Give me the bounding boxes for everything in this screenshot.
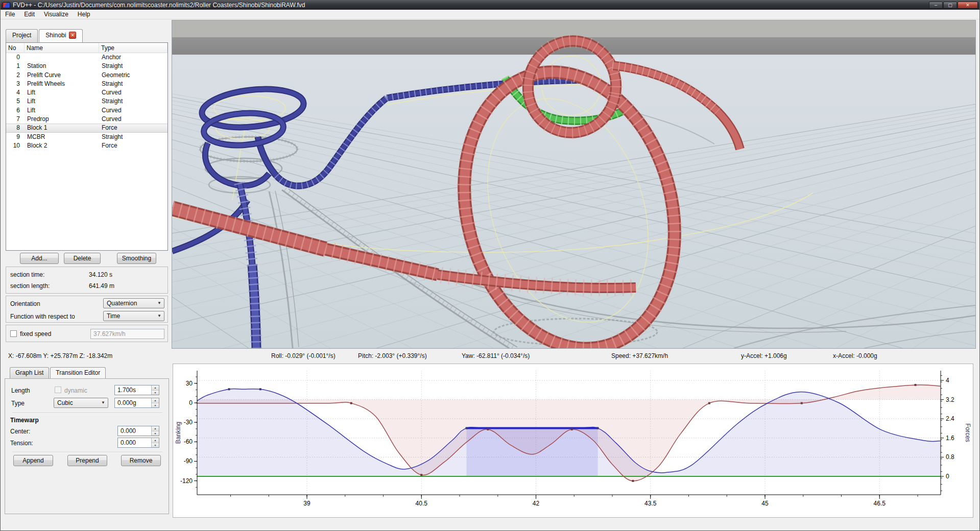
row-type: Curved xyxy=(99,88,168,97)
status-yaw: Yaw: -62.811° (-0.034°/s) xyxy=(462,352,530,359)
svg-text:40.5: 40.5 xyxy=(416,500,428,507)
status-xyz: X: -67.608m Y: +25.787m Z: -18.342m xyxy=(8,352,112,359)
table-row[interactable]: 7PredropCurved xyxy=(6,115,168,124)
fixed-speed-input[interactable]: 37.627km/h xyxy=(90,329,164,339)
status-roll: Roll: -0.029° (-0.001°/s) xyxy=(271,352,336,359)
maximize-button[interactable]: ▢ xyxy=(943,2,957,9)
app-window: FVD++ - C:/Users/Justin/Documents/com.no… xyxy=(0,0,980,531)
function-combo[interactable]: Time ▼ xyxy=(103,311,164,321)
row-name: Lift xyxy=(25,106,99,115)
row-name: Station xyxy=(25,62,99,70)
length-spinner[interactable]: 1.700s ▲▼ xyxy=(114,385,159,395)
remove-button[interactable]: Remove xyxy=(121,455,161,466)
title-bar[interactable]: FVD++ - C:/Users/Justin/Documents/com.no… xyxy=(1,1,979,10)
prepend-button[interactable]: Prepend xyxy=(67,455,107,466)
orientation-box: Orientation Quaternion ▼ Function with r… xyxy=(6,296,168,323)
minimize-button[interactable]: – xyxy=(929,2,943,9)
add-button[interactable]: Add... xyxy=(20,253,59,264)
tension-spinner[interactable]: 0.000 ▲▼ xyxy=(117,438,159,448)
orientation-combo[interactable]: Quaternion ▼ xyxy=(103,298,164,308)
table-row[interactable]: 5LiftStraight xyxy=(6,97,168,106)
row-type: Force xyxy=(99,124,168,132)
row-no: 9 xyxy=(6,133,25,141)
smoothing-button[interactable]: Smoothing xyxy=(117,253,156,264)
center-spinner[interactable]: 0.000 ▲▼ xyxy=(117,426,159,436)
table-row[interactable]: 4LiftCurved xyxy=(6,88,168,97)
tab-project[interactable]: Project xyxy=(6,29,38,42)
tab-close-icon[interactable]: ✕ xyxy=(69,32,76,39)
table-row[interactable]: 2Prelift CurveGeometric xyxy=(6,71,168,80)
table-row[interactable]: 9MCBRStraight xyxy=(6,133,168,141)
tab-graph-list[interactable]: Graph List xyxy=(10,367,49,379)
table-row[interactable]: 6LiftCurved xyxy=(6,106,168,115)
type-combo[interactable]: Cubic ▼ xyxy=(54,398,108,408)
close-button[interactable]: ✕ xyxy=(958,2,978,9)
row-name: MCBR xyxy=(25,133,99,141)
row-no: 4 xyxy=(6,88,25,97)
fixed-speed-label: fixed speed xyxy=(20,330,51,337)
row-no: 6 xyxy=(6,106,25,115)
svg-text:42: 42 xyxy=(533,500,540,507)
status-pitch: Pitch: -2.003° (+0.339°/s) xyxy=(358,352,427,359)
row-no: 3 xyxy=(6,80,25,88)
spin-up-icon: ▲ xyxy=(152,438,159,443)
section-list-rows: 0Anchor1StationStraight2Prelift CurveGeo… xyxy=(6,53,168,150)
3d-viewport[interactable] xyxy=(172,20,976,349)
function-label: Function with respect to xyxy=(10,313,75,320)
transition-graph-panel[interactable]: 300-30-60-90-12043.22.41.60.803940.54243… xyxy=(173,364,973,518)
fixed-speed-checkbox[interactable] xyxy=(10,330,17,337)
editor-tabbar: Graph List Transition Editor xyxy=(10,367,107,379)
table-row[interactable]: 3Prelift WheelsStraight xyxy=(6,80,168,88)
tab-transition-editor[interactable]: Transition Editor xyxy=(50,367,106,379)
spin-up-icon: ▲ xyxy=(152,398,159,403)
sky-strip xyxy=(172,20,975,38)
col-no[interactable]: No xyxy=(6,43,25,53)
menu-visualize[interactable]: Visualize xyxy=(39,10,73,19)
row-type: Geometric xyxy=(99,71,168,80)
svg-text:4: 4 xyxy=(946,377,949,384)
col-name[interactable]: Name xyxy=(25,43,99,53)
append-button[interactable]: Append xyxy=(13,455,53,466)
section-list[interactable]: No Name Type 0Anchor1StationStraight2Pre… xyxy=(6,42,168,251)
svg-text:43.5: 43.5 xyxy=(644,500,657,507)
row-no: 0 xyxy=(6,53,25,62)
table-row[interactable]: 0Anchor xyxy=(6,53,168,62)
svg-text:3.2: 3.2 xyxy=(946,396,954,403)
section-length-label: section length: xyxy=(10,282,50,289)
type-g-spinner[interactable]: 0.000g ▲▼ xyxy=(114,398,159,408)
svg-text:-60: -60 xyxy=(184,438,193,445)
chevron-down-icon: ▼ xyxy=(101,400,105,405)
chevron-down-icon: ▼ xyxy=(157,313,161,318)
table-row[interactable]: 1StationStraight xyxy=(6,62,168,70)
table-row[interactable]: 10Block 2Force xyxy=(6,141,168,150)
app-icon xyxy=(3,2,10,8)
status-bar: X: -67.608m Y: +25.787m Z: -18.342m Roll… xyxy=(1,349,979,363)
row-name: Predrop xyxy=(25,115,99,124)
window-title: FVD++ - C:/Users/Justin/Documents/com.no… xyxy=(13,2,305,9)
dynamic-label: dynamic xyxy=(64,387,87,394)
section-length-value: 641.49 m xyxy=(89,282,114,289)
banking-forces-chart: 300-30-60-90-12043.22.41.60.803940.54243… xyxy=(173,364,973,517)
svg-text:2.4: 2.4 xyxy=(946,415,954,422)
row-type: Anchor xyxy=(99,53,168,62)
row-no: 7 xyxy=(6,115,25,124)
menu-file[interactable]: File xyxy=(1,10,19,19)
section-list-header: No Name Type xyxy=(6,43,168,53)
svg-text:Banking: Banking xyxy=(175,422,182,444)
col-type[interactable]: Type xyxy=(99,43,168,53)
row-type: Straight xyxy=(99,133,168,141)
svg-text:-120: -120 xyxy=(180,477,193,485)
delete-button[interactable]: Delete xyxy=(64,253,101,264)
menu-help[interactable]: Help xyxy=(73,10,95,19)
svg-text:39: 39 xyxy=(303,500,310,507)
row-name: Block 1 xyxy=(25,124,99,132)
row-no: 10 xyxy=(6,141,25,150)
dynamic-checkbox[interactable] xyxy=(55,387,61,393)
table-row[interactable]: 8Block 1Force xyxy=(6,124,168,132)
menu-bar: File Edit Visualize Help xyxy=(1,10,979,19)
length-label: Length xyxy=(11,387,30,394)
svg-text:-90: -90 xyxy=(184,457,193,465)
svg-text:Forces: Forces xyxy=(964,423,971,442)
tab-shinobi[interactable]: Shinobi ✕ xyxy=(39,29,83,43)
menu-edit[interactable]: Edit xyxy=(19,10,39,19)
